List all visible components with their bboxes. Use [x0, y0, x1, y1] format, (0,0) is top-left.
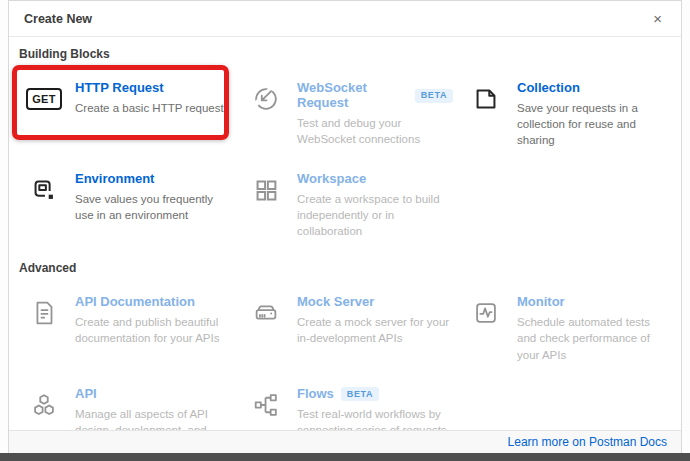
card-title: Monitor [517, 295, 565, 310]
section-label-advanced: Advanced [19, 261, 673, 275]
card-title: API [75, 387, 97, 402]
card-websocket-request[interactable]: WebSocket Request BETA Test and debug yo… [239, 69, 459, 160]
get-badge-icon: GET [27, 82, 61, 116]
card-desc: Create a mock server for your in-develop… [297, 314, 453, 346]
card-mock-server[interactable]: Mock Server Create a mock server for you… [239, 283, 459, 374]
card-desc: Schedule automated tests and check perfo… [517, 314, 667, 362]
card-title: Workspace [297, 172, 366, 187]
card-desc: Create and publish beautiful documentati… [75, 314, 233, 346]
card-monitor[interactable]: Monitor Schedule automated tests and che… [459, 283, 673, 374]
card-workspace[interactable]: Workspace Create a workspace to build in… [239, 160, 459, 251]
card-title: Flows [297, 387, 334, 402]
mock-server-icon [249, 296, 283, 330]
card-desc: Save values you frequently use in an env… [75, 191, 233, 223]
dialog-body: Building Blocks GET HTTP Request Create … [9, 37, 681, 461]
postman-create-new-screen: Create New × Building Blocks GET HTTP Re… [0, 0, 690, 461]
api-hexagons-icon [27, 388, 61, 422]
card-desc: Save your requests in a collection for r… [517, 100, 667, 148]
dialog-title: Create New [24, 12, 92, 26]
monitor-icon [469, 296, 503, 330]
card-api-documentation[interactable]: API Documentation Create and publish bea… [17, 283, 239, 374]
card-desc: Create a workspace to build independentl… [297, 191, 453, 239]
card-title: API Documentation [75, 295, 195, 310]
flows-icon [249, 388, 283, 422]
beta-badge: BETA [341, 387, 379, 401]
collection-icon [469, 82, 503, 116]
card-environment[interactable]: Environment Save values you frequently u… [17, 160, 239, 251]
card-title: Environment [75, 172, 154, 187]
dialog-footer: Learn more on Postman Docs [9, 430, 681, 453]
dialog-header: Create New × [9, 1, 681, 37]
close-icon[interactable]: × [649, 9, 666, 28]
create-new-dialog: Create New × Building Blocks GET HTTP Re… [8, 0, 682, 453]
beta-badge: BETA [415, 89, 453, 103]
card-desc: Create a basic HTTP request [75, 100, 224, 116]
section-label-building-blocks: Building Blocks [19, 47, 673, 61]
card-title: Mock Server [297, 295, 374, 310]
environment-icon [27, 173, 61, 207]
building-blocks-grid: GET HTTP Request Create a basic HTTP req… [17, 69, 673, 251]
window-bottom-edge [0, 453, 690, 461]
card-title: WebSocket Request [297, 81, 408, 111]
card-collection[interactable]: Collection Save your requests in a colle… [459, 69, 673, 160]
card-title: HTTP Request [75, 81, 164, 96]
api-documentation-icon [27, 296, 61, 330]
card-desc: Test and debug your WebSocket connection… [297, 115, 453, 147]
postman-docs-link[interactable]: Learn more on Postman Docs [508, 435, 667, 449]
websocket-icon [249, 82, 283, 116]
workspace-icon [249, 173, 283, 207]
card-http-request[interactable]: GET HTTP Request Create a basic HTTP req… [17, 69, 239, 160]
card-title: Collection [517, 81, 580, 96]
